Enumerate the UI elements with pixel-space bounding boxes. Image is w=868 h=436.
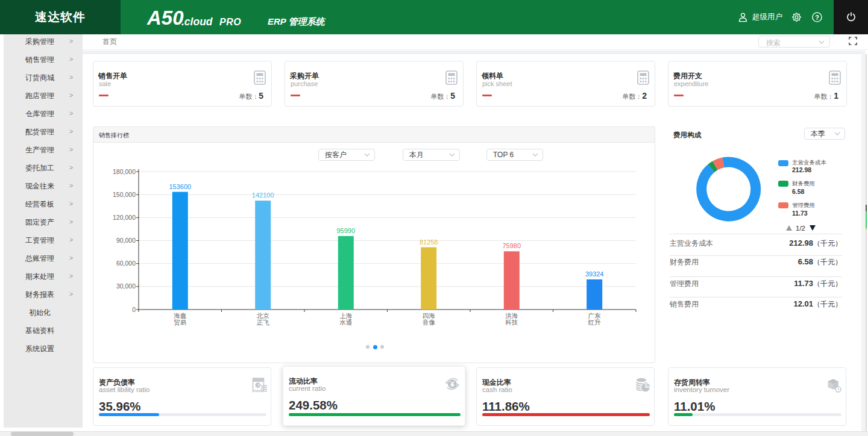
svg-text:1/2: 1/2 — [796, 225, 805, 231]
svg-text:75980: 75980 — [503, 242, 521, 249]
svg-text:153600: 153600 — [169, 183, 191, 190]
svg-text:180,000: 180,000 — [113, 168, 136, 175]
svg-text:60,000: 60,000 — [116, 260, 136, 267]
svg-text:95990: 95990 — [337, 227, 356, 234]
svg-text:红升: 红升 — [588, 319, 602, 326]
svg-text:150,000: 150,000 — [113, 191, 136, 198]
svg-text:120,000: 120,000 — [113, 214, 136, 221]
svg-text:贸易: 贸易 — [174, 319, 186, 326]
svg-text:?: ? — [815, 14, 819, 21]
svg-text:142100: 142100 — [252, 192, 274, 199]
svg-text:39324: 39324 — [585, 270, 604, 278]
svg-text:水通: 水通 — [339, 319, 352, 326]
svg-text:81258: 81258 — [420, 238, 438, 246]
svg-text:正飞: 正飞 — [257, 319, 270, 326]
svg-text:0: 0 — [132, 306, 136, 313]
svg-text:90,000: 90,000 — [116, 237, 136, 244]
svg-text:科技: 科技 — [505, 319, 518, 326]
svg-text:30,000: 30,000 — [116, 282, 136, 290]
svg-text:音像: 音像 — [423, 319, 436, 326]
